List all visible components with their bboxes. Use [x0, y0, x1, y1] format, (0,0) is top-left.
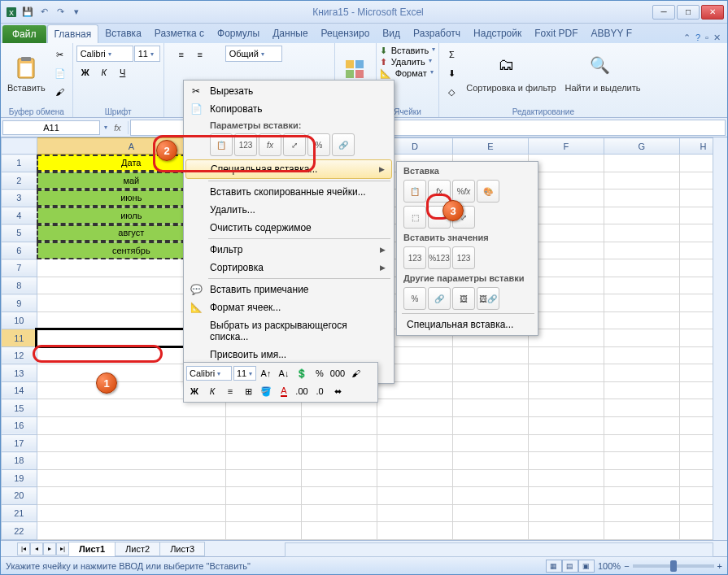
mini-inc-decimal-icon[interactable]: .00	[294, 383, 310, 399]
cell[interactable]	[604, 224, 679, 242]
cell[interactable]	[604, 259, 679, 277]
bold-icon[interactable]: Ж	[76, 63, 94, 81]
cell[interactable]	[452, 346, 528, 364]
select-all-corner[interactable]	[2, 138, 37, 155]
cell[interactable]	[528, 189, 604, 207]
help-icon[interactable]: ?	[695, 33, 700, 43]
cell[interactable]	[377, 522, 452, 540]
cell[interactable]	[604, 189, 679, 207]
mini-merge-icon[interactable]: ⬌	[329, 383, 346, 399]
copy-icon[interactable]: 📄	[51, 64, 69, 82]
cell[interactable]	[37, 504, 225, 522]
cell[interactable]	[604, 381, 679, 399]
cell[interactable]	[604, 452, 679, 470]
cell[interactable]	[528, 224, 604, 242]
mini-comma-icon[interactable]: 000	[329, 365, 346, 381]
cell[interactable]	[452, 522, 528, 540]
sort-filter-button[interactable]: 🗂 Сортировка и фильтр	[463, 46, 559, 102]
cell[interactable]	[528, 416, 604, 434]
file-tab[interactable]: Файл	[2, 25, 46, 43]
ctx-insert-comment[interactable]: 💬Вставить примечание	[185, 281, 392, 298]
row-header[interactable]: 1	[2, 155, 37, 172]
autosum-icon[interactable]: Σ	[442, 46, 460, 63]
qat-more-icon[interactable]: ▾	[69, 5, 84, 20]
cell[interactable]	[452, 452, 528, 470]
zoom-slider[interactable]	[633, 564, 714, 568]
cell[interactable]	[226, 504, 302, 522]
cell[interactable]	[37, 522, 225, 540]
row-header[interactable]: 22	[2, 522, 37, 540]
vertical-scrollbar[interactable]	[713, 137, 727, 540]
paste-opt-values-icon[interactable]: 123	[234, 133, 257, 156]
cell[interactable]	[528, 469, 604, 487]
cell[interactable]	[604, 277, 679, 294]
mini-bold-icon[interactable]: Ж	[186, 383, 203, 399]
row-header[interactable]: 14	[2, 381, 37, 399]
cell[interactable]	[604, 487, 679, 505]
mini-dec-decimal-icon[interactable]: .0	[312, 383, 328, 399]
cell[interactable]	[604, 416, 679, 434]
sub-paste-formatting-icon[interactable]: %	[403, 287, 426, 310]
font-name-combo[interactable]: Calibri▾	[76, 46, 133, 62]
cell[interactable]	[528, 155, 604, 172]
sheet-nav-first-icon[interactable]: |◂	[17, 542, 30, 555]
cell[interactable]	[528, 452, 604, 470]
sub-paste-formulas-num-icon[interactable]: %fx	[452, 180, 475, 203]
cell[interactable]	[604, 329, 679, 347]
undo-icon[interactable]: ↶	[37, 5, 51, 20]
paste-opt-formatting-icon[interactable]: %	[307, 133, 330, 156]
horizontal-scrollbar[interactable]	[285, 542, 713, 557]
cell[interactable]	[604, 311, 679, 329]
sub-paste-values-num-icon[interactable]: %123	[428, 246, 451, 269]
mini-font-color-icon[interactable]: A	[276, 383, 292, 399]
row-header[interactable]: 10	[2, 311, 37, 329]
sheet-tab[interactable]: Лист2	[115, 542, 160, 556]
cell[interactable]	[604, 504, 679, 522]
cell[interactable]	[226, 434, 302, 452]
cell[interactable]	[604, 346, 679, 364]
cell[interactable]	[377, 434, 452, 452]
column-header[interactable]: G	[604, 138, 679, 155]
ribbon-tab[interactable]: Данные	[266, 24, 314, 43]
ctx-filter[interactable]: Фильтр▶	[185, 241, 392, 259]
cell[interactable]	[528, 172, 604, 189]
fill-icon[interactable]: ⬇	[442, 64, 460, 82]
row-header[interactable]: 8	[2, 277, 37, 294]
cell[interactable]	[528, 487, 604, 505]
cell[interactable]	[528, 504, 604, 522]
row-header[interactable]: 5	[2, 224, 37, 242]
row-header[interactable]: 16	[2, 416, 37, 434]
ctx-format-cells[interactable]: 📐Формат ячеек...	[185, 298, 392, 316]
cell[interactable]	[604, 469, 679, 487]
ribbon-tab[interactable]: Надстройк	[467, 24, 528, 43]
sub-paste-picture-icon[interactable]: 🖼	[452, 287, 475, 310]
paste-opt-transpose-icon[interactable]: ⤢	[283, 133, 306, 156]
cell[interactable]	[528, 346, 604, 364]
excel-icon[interactable]: X	[4, 5, 19, 20]
cell[interactable]	[226, 416, 302, 434]
row-header[interactable]: 2	[2, 172, 37, 189]
ribbon-tab[interactable]: Рецензиро	[315, 24, 377, 43]
sub-paste-all-icon[interactable]: 📋	[403, 180, 426, 203]
mini-shrink-font-icon[interactable]: A↓	[276, 365, 292, 381]
align-top-icon[interactable]: ≡	[172, 46, 190, 63]
number-format-combo[interactable]: Общий▾	[225, 46, 282, 62]
cell[interactable]	[301, 504, 377, 522]
cell[interactable]	[226, 452, 302, 470]
cell[interactable]	[528, 522, 604, 540]
ctx-define-name[interactable]: Присвоить имя...	[185, 346, 392, 364]
underline-icon[interactable]: Ч	[114, 63, 132, 81]
row-header[interactable]: 9	[2, 294, 37, 312]
sheet-tab[interactable]: Лист1	[68, 542, 116, 556]
cell[interactable]	[226, 487, 302, 505]
mini-font-combo[interactable]: Calibri▾	[186, 366, 232, 381]
cell[interactable]	[604, 294, 679, 312]
row-header[interactable]: 3	[2, 189, 37, 207]
ribbon-tab[interactable]: Разметка с	[148, 24, 211, 43]
row-header[interactable]: 11	[2, 329, 37, 347]
row-header[interactable]: 17	[2, 434, 37, 452]
sheet-nav-next-icon[interactable]: ▸	[43, 542, 56, 555]
italic-icon[interactable]: К	[95, 63, 113, 81]
cell[interactable]	[37, 416, 225, 434]
mini-percent-icon[interactable]: %	[312, 365, 328, 381]
